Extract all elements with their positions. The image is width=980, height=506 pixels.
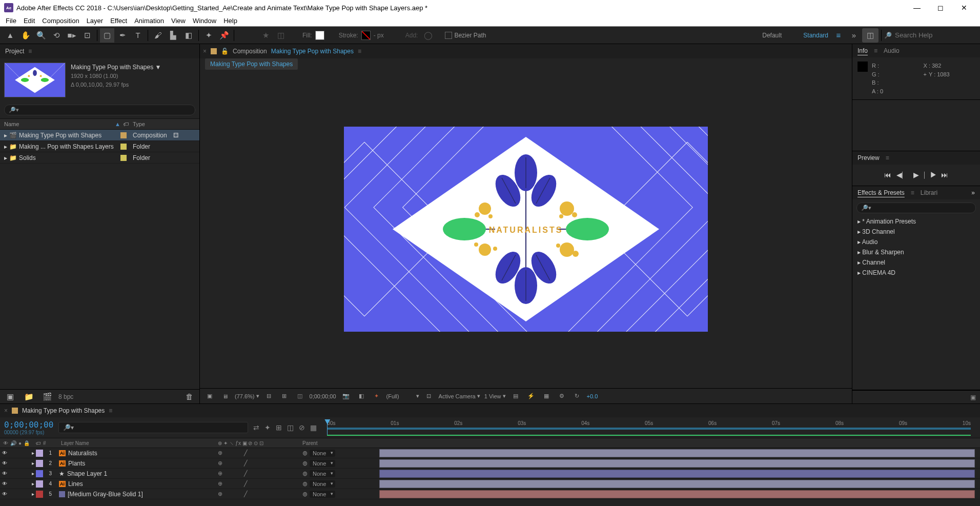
- prev-frame-icon[interactable]: ◀⎸: [896, 171, 908, 179]
- project-item[interactable]: ▸📁SolidsFolder: [0, 152, 199, 164]
- roi-icon[interactable]: ⊡: [423, 391, 435, 402]
- snap-icon[interactable]: ◫: [274, 28, 288, 43]
- timeline-icon[interactable]: ▦: [541, 391, 552, 402]
- zoom-tool-icon[interactable]: 🔍: [34, 28, 48, 43]
- camera-dropdown[interactable]: Active Camera ▾: [439, 393, 480, 399]
- play-icon[interactable]: ▶: [913, 171, 919, 179]
- folder-icon[interactable]: 📁: [22, 390, 36, 404]
- anchor-tool-icon[interactable]: ⊡: [80, 28, 94, 43]
- exposure-value[interactable]: +0.0: [587, 393, 598, 399]
- workspace-standard[interactable]: Standard: [803, 32, 828, 39]
- zoom-dropdown[interactable]: (77.6%) ▾: [235, 393, 259, 399]
- project-search[interactable]: 🔎▾: [4, 105, 195, 115]
- menu-file[interactable]: File: [2, 17, 20, 25]
- first-frame-icon[interactable]: ⏮: [884, 171, 891, 179]
- preset-category[interactable]: ▸ * Animation Presets: [852, 216, 980, 227]
- monitor-icon[interactable]: 🖥: [219, 391, 231, 402]
- menu-window[interactable]: Window: [189, 17, 220, 25]
- preview-tab[interactable]: Preview: [858, 154, 880, 161]
- stamp-tool-icon[interactable]: ▙: [166, 28, 180, 43]
- preset-category[interactable]: ▸ 3D Channel: [852, 227, 980, 237]
- timeline-layer-row[interactable]: 👁▸3 ★Shape Layer 1 ⊕╱ ⊚None: [0, 469, 980, 479]
- workspace-default[interactable]: Default: [762, 32, 782, 39]
- time-ruler[interactable]: 00s01s02s03s04s05s06s07s08s09s10s: [322, 417, 976, 438]
- eraser-tool-icon[interactable]: ◧: [181, 28, 196, 43]
- preview-menu-icon[interactable]: ≡: [886, 154, 889, 161]
- viewport[interactable]: NATURALISTS: [200, 70, 852, 388]
- graph-editor-icon[interactable]: ▦: [310, 423, 317, 432]
- effects-search[interactable]: 🔎▾: [856, 203, 976, 213]
- camera-tool-icon[interactable]: ■▸: [65, 28, 79, 43]
- stroke-swatch[interactable]: [361, 31, 371, 40]
- timecode-display[interactable]: 0;00;00;00: [310, 393, 336, 399]
- grid-icon[interactable]: ⊞: [279, 391, 290, 402]
- add-button[interactable]: ◯: [421, 28, 435, 43]
- col-layer-name[interactable]: Layer Name: [59, 440, 218, 446]
- timeline-tab[interactable]: Making Type Pop with Shapes: [22, 407, 105, 414]
- menu-layer[interactable]: Layer: [83, 17, 107, 25]
- menu-composition[interactable]: Composition: [38, 17, 83, 25]
- col-lock-icon[interactable]: 🔒: [24, 440, 30, 446]
- snapshot-icon[interactable]: 📷: [340, 391, 352, 402]
- puppet-tool-icon[interactable]: 📌: [217, 28, 231, 43]
- project-item[interactable]: ▸📁Making ... Pop with Shapes LayersFolde…: [0, 141, 199, 152]
- apply-preset-icon[interactable]: ▣: [970, 394, 976, 401]
- minimize-button[interactable]: —: [905, 0, 929, 15]
- menu-edit[interactable]: Edit: [20, 17, 38, 25]
- col-name[interactable]: Name: [4, 121, 19, 127]
- close-button[interactable]: ✕: [952, 0, 976, 15]
- rectangle-tool-icon[interactable]: ▢: [100, 28, 114, 43]
- brush-tool-icon[interactable]: 🖌: [151, 28, 165, 43]
- pixel-aspect-icon[interactable]: ▤: [510, 391, 521, 402]
- stroke-px[interactable]: - px: [374, 32, 384, 39]
- panel-menu-icon[interactable]: ≡: [28, 48, 32, 55]
- workspace-menu-icon[interactable]: ≡: [831, 28, 846, 43]
- search-input[interactable]: [895, 31, 977, 39]
- col-parent[interactable]: Parent: [302, 440, 374, 446]
- hand-tool-icon[interactable]: ✋: [18, 28, 33, 43]
- preset-category[interactable]: ▸ CINEMA 4D: [852, 268, 980, 278]
- canvas[interactable]: NATURALISTS: [344, 127, 708, 332]
- bpc-label[interactable]: 8 bpc: [58, 393, 73, 400]
- hw-icon[interactable]: ▣: [204, 391, 215, 402]
- more-panels-icon[interactable]: »: [971, 189, 975, 196]
- comp-panel-menu-icon[interactable]: ≡: [358, 48, 361, 55]
- info-tab[interactable]: Info: [858, 47, 868, 54]
- preset-category[interactable]: ▸ Audio: [852, 237, 980, 247]
- res-dropdown[interactable]: (Full) ▾: [386, 393, 419, 399]
- close-tab-icon[interactable]: ×: [203, 48, 207, 55]
- current-time[interactable]: 0;00;00;00: [4, 420, 53, 430]
- comp-mini-flowchart-icon[interactable]: ⇄: [253, 423, 259, 432]
- lock-icon[interactable]: 🔓: [221, 48, 229, 55]
- trash-icon[interactable]: 🗑: [182, 390, 196, 404]
- comp-name[interactable]: Making Type Pop with Shapes: [71, 64, 153, 71]
- preset-category[interactable]: ▸ Blur & Sharpen: [852, 247, 980, 257]
- timeline-layer-row[interactable]: 👁▸5 [Medium Gray-Blue Solid 1] ⊕╱ ⊚None: [0, 489, 980, 499]
- col-audio-icon[interactable]: 🔊: [10, 440, 16, 446]
- selection-tool-icon[interactable]: ▲: [3, 28, 17, 43]
- timeline-layer-row[interactable]: 👁▸2 AiPlants ⊕╱ ⊚None: [0, 458, 980, 469]
- interpret-icon[interactable]: ▣: [3, 390, 17, 404]
- roto-tool-icon[interactable]: ✦: [201, 28, 216, 43]
- menu-help[interactable]: Help: [220, 17, 241, 25]
- workspace-reset-icon[interactable]: ◫: [862, 28, 879, 43]
- libraries-tab[interactable]: Librari: [921, 189, 937, 196]
- timeline-layer-row[interactable]: 👁▸4 AiLines ⊕╱ ⊚None: [0, 479, 980, 489]
- preset-category[interactable]: ▸ Channel: [852, 257, 980, 268]
- next-frame-icon[interactable]: ⎸▶: [924, 171, 936, 179]
- comp-crumb-name[interactable]: Making Type Pop with Shapes: [271, 48, 354, 55]
- pen-tool-icon[interactable]: ✒: [115, 28, 130, 43]
- frame-blend-icon[interactable]: ◫: [287, 423, 294, 432]
- audio-tab[interactable]: Audio: [884, 47, 900, 54]
- text-tool-icon[interactable]: T: [131, 28, 145, 43]
- mask-icon[interactable]: ◫: [294, 391, 305, 402]
- last-frame-icon[interactable]: ⏭: [941, 171, 948, 179]
- rotate-tool-icon[interactable]: ⟲: [49, 28, 64, 43]
- reset-exposure-icon[interactable]: ↻: [571, 391, 583, 402]
- project-item[interactable]: ▸🎬Making Type Pop with ShapesComposition…: [0, 130, 199, 141]
- draft3d-icon[interactable]: ✦: [264, 423, 271, 432]
- channel-icon[interactable]: ◧: [356, 391, 367, 402]
- res-down-icon[interactable]: ⊟: [263, 391, 275, 402]
- color-mgmt-icon[interactable]: ✦: [371, 391, 382, 402]
- menu-effect[interactable]: Effect: [107, 17, 131, 25]
